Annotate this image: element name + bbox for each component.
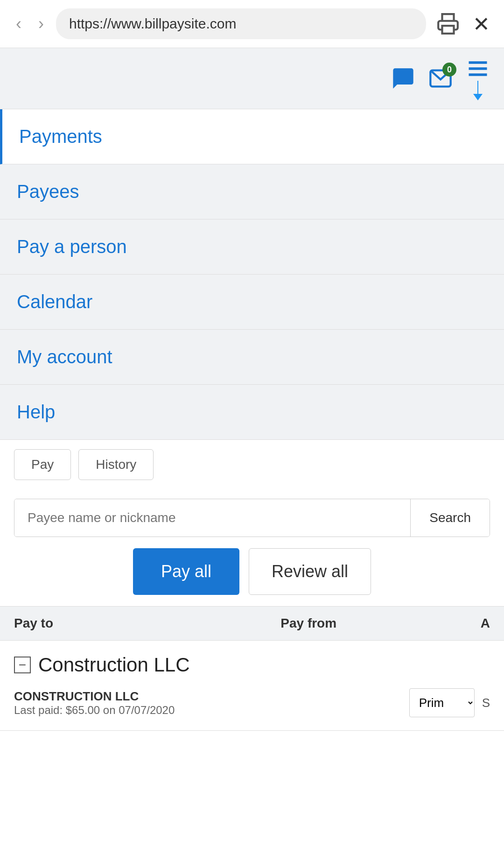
amount-cell: S <box>482 696 490 710</box>
menu-dropdown-arrow <box>473 81 483 100</box>
mail-badge: 0 <box>442 63 456 77</box>
chat-button[interactable] <box>391 66 415 91</box>
back-button[interactable]: ‹ <box>11 12 26 35</box>
close-icon: ✕ <box>473 12 490 36</box>
payee-name: CONSTRUCTION LLC <box>14 689 402 704</box>
col-header-pay-from: Pay from <box>280 616 480 631</box>
pay-all-button[interactable]: Pay all <box>133 548 239 595</box>
action-row: Pay all Review all <box>14 548 490 595</box>
print-button[interactable] <box>434 9 462 38</box>
payee-group-header: − Construction LLC <box>0 641 504 684</box>
search-row: Search <box>14 499 490 537</box>
review-all-button[interactable]: Review all <box>249 548 371 595</box>
tab-pay[interactable]: Pay <box>14 449 71 480</box>
printer-icon <box>436 12 460 35</box>
nav-item-pay-a-person[interactable]: Pay a person <box>0 219 504 275</box>
nav-item-help[interactable]: Help <box>0 385 504 440</box>
top-header: 0 <box>0 48 504 109</box>
chat-icon <box>391 66 415 91</box>
close-button[interactable]: ✕ <box>470 9 493 39</box>
table-header: Pay to Pay from A <box>0 606 504 641</box>
search-input[interactable] <box>14 499 410 537</box>
col-header-pay-to: Pay to <box>14 616 280 631</box>
main-content: Pay History Search Pay all Review all Pa… <box>0 440 504 731</box>
col-header-amount: A <box>481 616 490 631</box>
payee-group: − Construction LLC CONSTRUCTION LLC Last… <box>0 641 504 731</box>
url-bar[interactable] <box>56 8 426 39</box>
nav-item-payments[interactable]: Payments <box>0 109 504 164</box>
payee-detail-info: CONSTRUCTION LLC Last paid: $65.00 on 07… <box>14 689 402 717</box>
browser-chrome: ‹ › ✕ <box>0 0 504 48</box>
payee-detail-row: CONSTRUCTION LLC Last paid: $65.00 on 07… <box>0 684 504 730</box>
payee-group-name: Construction LLC <box>38 654 190 676</box>
menu-button-container <box>466 57 490 100</box>
account-select[interactable]: Prim <box>409 688 475 717</box>
svg-rect-0 <box>442 26 454 34</box>
nav-item-payees[interactable]: Payees <box>0 164 504 219</box>
nav-menu: Payments Payees Pay a person Calendar My… <box>0 109 504 440</box>
forward-button[interactable]: › <box>34 12 49 35</box>
search-button[interactable]: Search <box>410 499 490 537</box>
tabs-row: Pay History <box>0 440 504 489</box>
hamburger-icon <box>466 57 490 81</box>
nav-item-calendar[interactable]: Calendar <box>0 275 504 330</box>
tab-history[interactable]: History <box>78 449 154 480</box>
payee-last-paid: Last paid: $65.00 on 07/07/2020 <box>14 704 402 717</box>
collapse-icon[interactable]: − <box>14 657 31 673</box>
menu-button[interactable] <box>466 57 490 81</box>
nav-item-my-account[interactable]: My account <box>0 330 504 385</box>
mail-button[interactable]: 0 <box>428 66 453 91</box>
